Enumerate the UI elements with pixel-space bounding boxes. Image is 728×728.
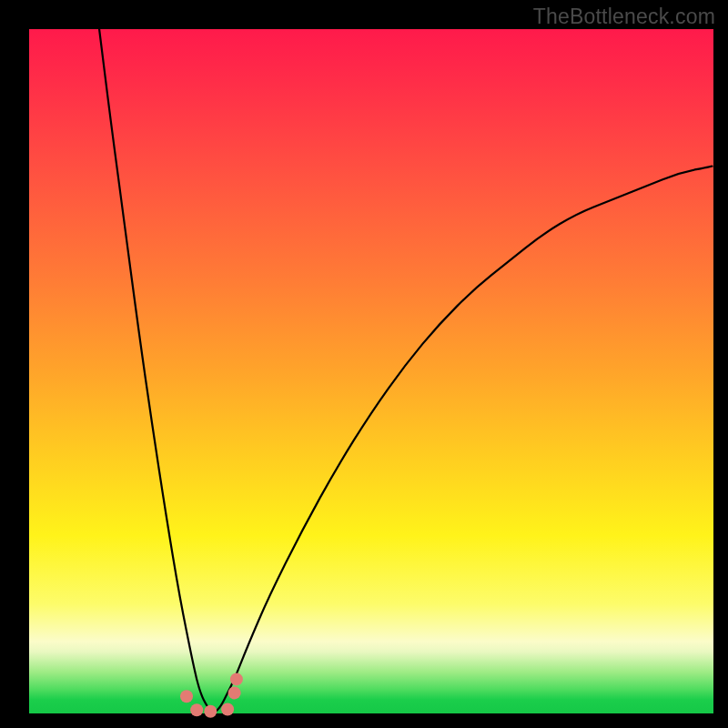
marker-group [180,672,243,717]
chart-container: TheBottleneck.com [0,0,728,728]
curve-marker [230,672,243,685]
watermark-text: TheBottleneck.com [533,5,715,29]
curve-marker [221,703,234,716]
curve-marker [228,686,241,699]
bottleneck-curve-right [214,166,713,713]
bottleneck-curve-left [97,15,214,713]
curve-marker [204,705,217,718]
curve-layer [29,29,713,713]
plot-area [29,29,713,713]
curve-marker [190,703,203,716]
curve-marker [180,690,193,703]
